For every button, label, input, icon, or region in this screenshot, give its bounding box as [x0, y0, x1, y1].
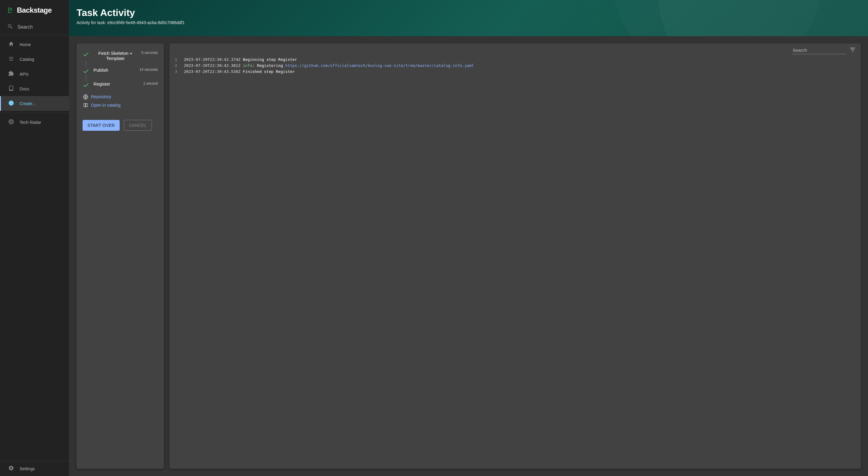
sidebar-search-label: Search — [18, 24, 33, 30]
list-icon — [8, 56, 14, 63]
sidebar-item-label: Docs — [20, 87, 29, 91]
log-body: 12023-07-20T22:30:42.374Z Beginning step… — [169, 54, 861, 80]
sidebar-item-catalog[interactable]: Catalog — [0, 52, 69, 67]
task-log-card: 12023-07-20T22:30:42.374Z Beginning step… — [169, 43, 861, 469]
task-step-title: Publish — [93, 67, 135, 73]
sidebar-item-create[interactable]: Create... — [0, 96, 69, 111]
sidebar-item-label: Home — [20, 42, 31, 47]
globe-icon — [83, 94, 88, 99]
sidebar-item-home[interactable]: Home — [0, 37, 69, 52]
log-search-input[interactable] — [792, 46, 846, 54]
task-step-duration: 1 second — [143, 81, 158, 86]
sidebar-item-tech-radar[interactable]: Tech Radar — [0, 115, 69, 130]
task-step: Fetch Skeleton + Template 0 seconds — [83, 51, 158, 61]
step-connector — [86, 75, 158, 81]
book-icon — [8, 85, 14, 92]
log-line-number: 3 — [175, 69, 177, 75]
target-icon — [8, 119, 14, 126]
main: Task Activity Activity for task: e9cc9f4… — [69, 0, 868, 476]
sidebar-item-docs[interactable]: Docs — [0, 81, 69, 96]
sidebar-nav: Home Catalog APIs Docs Create... Tech — [0, 35, 69, 130]
sidebar: Backstage Search Home Catalog APIs — [0, 0, 69, 476]
check-icon — [83, 51, 89, 58]
task-step: Register 1 second — [83, 81, 158, 89]
sidebar-item-label: Create... — [20, 101, 36, 106]
start-over-button[interactable]: START OVER — [83, 120, 120, 131]
task-step: Publish 14 seconds — [83, 67, 158, 75]
log-line-number: 1 — [175, 57, 177, 63]
log-line: 32023-07-20T22:30:43.536Z Finished step … — [184, 69, 856, 75]
task-step-title: Register — [93, 81, 139, 87]
sidebar-item-settings[interactable]: Settings — [0, 461, 69, 476]
sidebar-item-apis[interactable]: APIs — [0, 67, 69, 81]
home-icon — [8, 41, 14, 48]
task-step-title: Fetch Skeleton + Template — [93, 51, 137, 61]
sidebar-search[interactable]: Search — [0, 21, 69, 35]
page-title: Task Activity — [76, 7, 861, 19]
sidebar-item-label: APIs — [20, 72, 29, 76]
backstage-logo-icon — [6, 6, 14, 14]
log-line: 12023-07-20T22:30:42.374Z Beginning step… — [184, 57, 856, 63]
page-subtitle: Activity for task: e9cc9f49-5e49-4943-ac… — [76, 20, 861, 25]
step-connector — [86, 61, 158, 67]
search-icon — [7, 24, 13, 31]
brand-name: Backstage — [17, 6, 52, 14]
sidebar-item-label: Settings — [20, 466, 35, 471]
check-icon — [83, 68, 89, 75]
log-line: 22023-07-20T22:30:42.381Z info: Register… — [184, 63, 856, 69]
open-catalog-link[interactable]: Open in catalog — [91, 103, 121, 107]
log-line-number: 2 — [175, 63, 177, 69]
sidebar-item-label: Tech Radar — [20, 120, 41, 125]
sidebar-divider — [0, 113, 69, 113]
book-icon — [83, 102, 88, 108]
repository-link-row: Repository — [83, 94, 158, 99]
puzzle-icon — [8, 70, 14, 77]
filter-icon[interactable] — [849, 46, 856, 54]
open-catalog-link-row: Open in catalog — [83, 102, 158, 108]
page-header: Task Activity Activity for task: e9cc9f4… — [69, 0, 868, 36]
task-step-duration: 14 seconds — [140, 67, 158, 72]
task-step-duration: 0 seconds — [141, 51, 158, 55]
repository-link[interactable]: Repository — [91, 94, 111, 99]
gear-icon — [8, 465, 14, 472]
task-steps-card: Fetch Skeleton + Template 0 seconds Publ… — [76, 43, 164, 469]
check-icon — [83, 82, 89, 89]
cancel-button[interactable]: CANCEL — [124, 120, 152, 131]
sidebar-item-label: Catalog — [20, 57, 34, 62]
brand: Backstage — [0, 0, 69, 21]
plus-circle-icon — [8, 100, 14, 107]
svg-point-2 — [11, 121, 12, 122]
